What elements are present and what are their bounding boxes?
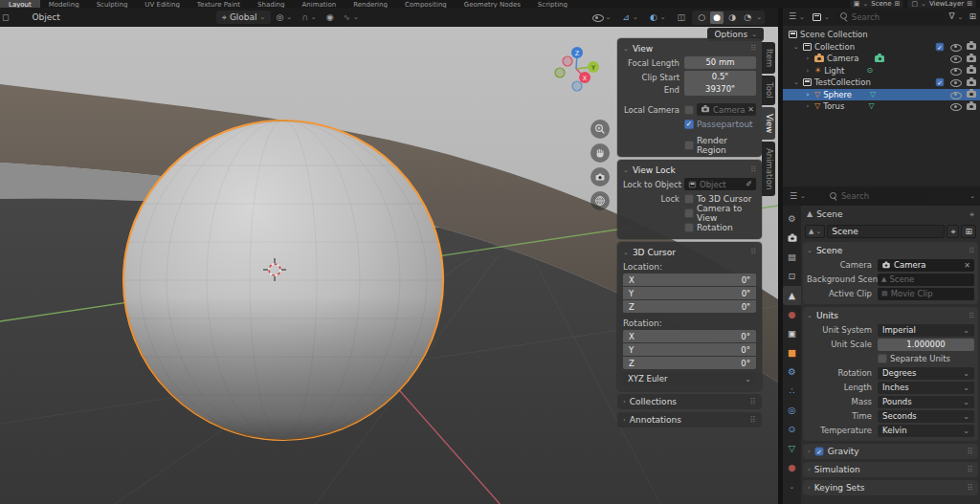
shading-wireframe-button[interactable]: ○ (695, 11, 708, 24)
camera-restrict-icon[interactable] (967, 79, 976, 86)
outliner-filter-dropdown[interactable]: ∇ ⌄ (947, 11, 966, 22)
camera-view-button[interactable] (590, 167, 610, 186)
panel-annotations[interactable]: › Annotations ⠿ (617, 412, 762, 427)
focal-length-field[interactable]: 50 mm (684, 56, 756, 69)
render-region-checkbox[interactable] (684, 141, 694, 150)
datablock-pin-button[interactable]: ⌖ (947, 225, 959, 238)
object-menu[interactable]: Object (27, 11, 64, 24)
datablock-name-field[interactable]: Scene (827, 225, 945, 238)
collapse-icon[interactable]: ⌄ (792, 78, 800, 86)
cursor-loc-x[interactable]: X 0" (623, 274, 756, 286)
camera-field[interactable]: Camera ✕ (878, 259, 974, 272)
gravity-checkbox[interactable]: ✓ (814, 448, 823, 456)
outliner-display-mode-dropdown[interactable]: ⌄ (811, 12, 832, 22)
tab-view[interactable]: View (762, 107, 775, 140)
tab-scene-properties[interactable]: ▲ (783, 286, 801, 305)
shading-material-button[interactable]: ◑ (725, 11, 739, 24)
camera-restrict-icon[interactable] (967, 67, 976, 74)
clip-end-field[interactable]: 39370" (684, 83, 756, 96)
viewlayer-selector[interactable]: ▢⌄ ViewLayer ⊞ (907, 0, 976, 8)
cursor-loc-y[interactable]: Y 0" (623, 287, 756, 299)
falloff-dropdown[interactable]: ∿ ⌄ (339, 11, 364, 24)
pan-button[interactable] (590, 143, 610, 163)
shading-rendered-button[interactable]: ◔ (741, 11, 754, 24)
clip-start-field[interactable]: 0.5" (684, 71, 756, 83)
outliner-row-torus[interactable]: › ▽ Torus ▽ (783, 100, 980, 113)
tab-object-properties[interactable]: ■ (783, 343, 801, 362)
panel-grip-icon[interactable]: ⠿ (750, 248, 756, 256)
tab-render-properties[interactable] (783, 229, 801, 248)
passepartout-checkbox[interactable]: ✓ (684, 120, 694, 129)
workspace-tab-geometry-nodes[interactable]: Geometry Nodes (456, 0, 529, 8)
local-camera-checkbox[interactable] (684, 105, 694, 115)
unit-system-dropdown[interactable]: Imperial (878, 324, 974, 337)
cursor-rot-x[interactable]: X 0° (623, 330, 756, 342)
chevron-down-icon[interactable]: ⌄ (969, 194, 975, 198)
panel-grip-icon[interactable]: ⠿ (967, 465, 973, 474)
strip-overflow-chevron[interactable]: ⌄ (783, 477, 801, 496)
camera-restrict-icon[interactable] (967, 103, 976, 110)
new-scene-icon[interactable]: ⊞ (895, 1, 901, 8)
panel-keying-sets[interactable]: › Keying Sets ⠿ (803, 480, 978, 495)
gizmos-dropdown[interactable]: ⊿ ⌄ (617, 11, 642, 24)
datablock-browse-button[interactable]: ▲ ⌄ (805, 225, 825, 238)
close-icon[interactable]: ✕ (747, 105, 754, 114)
tab-world-properties[interactable]: ● (783, 305, 801, 324)
workspace-tab-rendering[interactable]: Rendering (345, 0, 396, 8)
proportional-editing-toggle[interactable]: ◉ (322, 11, 339, 24)
panel-grip-icon[interactable]: ⠿ (967, 483, 973, 493)
pivot-point-dropdown[interactable]: ◎ ⌄ (271, 11, 297, 24)
panel-grip-icon[interactable]: ⠿ (969, 247, 974, 255)
tab-output-properties[interactable]: ▤ (783, 248, 801, 267)
snap-toggle[interactable]: ∩ ⌄ (297, 11, 321, 24)
background-scene-field[interactable]: ▲ Scene (878, 274, 974, 286)
outliner-row-camera[interactable]: › Camera (783, 53, 980, 65)
gizmo-z-neg[interactable] (572, 81, 582, 91)
scene-selector[interactable]: ▣⌄ Scene ⊞ (850, 0, 904, 8)
panel-collections[interactable]: › Collections ⠿ (617, 394, 762, 409)
tab-item[interactable]: Item (762, 42, 775, 74)
outliner-row-scene-collection[interactable]: Scene Collection (783, 29, 980, 41)
collection-exclude-checkbox[interactable]: ✓ (936, 43, 945, 52)
collapse-icon[interactable]: ⌄ (792, 43, 800, 51)
workspace-tab-sculpting[interactable]: Sculpting (88, 0, 137, 8)
camera-restrict-icon[interactable] (967, 43, 976, 50)
panel-view-header[interactable]: ⌄ View ⠿ (623, 42, 756, 55)
tab-collection-properties[interactable]: ▣ (783, 324, 801, 343)
tab-constraint-properties[interactable]: ⊙ (783, 420, 801, 439)
eye-icon[interactable] (950, 55, 961, 63)
panel-grip-icon[interactable]: ⠿ (750, 44, 756, 53)
new-viewlayer-icon[interactable]: ⊞ (967, 1, 972, 8)
perspective-toggle-button[interactable] (590, 191, 610, 210)
zoom-button[interactable] (590, 120, 610, 139)
properties-search-input[interactable] (841, 191, 924, 201)
lock-to-object-field[interactable]: Object ✐ (684, 178, 756, 190)
outliner-row-collection[interactable]: ⌄ Collection ✓ (783, 41, 980, 54)
workspace-tab-compositing[interactable]: Compositing (396, 0, 456, 8)
workspace-tab-scripting[interactable]: Scripting (529, 0, 576, 8)
panel-scene-header[interactable]: ⌄ Scene ⠿ (807, 244, 974, 257)
expand-icon[interactable]: › (804, 67, 812, 75)
time-dropdown[interactable]: Seconds (878, 410, 974, 423)
panel-grip-icon[interactable]: ⠿ (749, 397, 756, 406)
lock-rotation-checkbox[interactable] (684, 223, 694, 232)
properties-search[interactable] (825, 190, 928, 203)
outliner-search[interactable] (835, 11, 944, 23)
tab-data-properties[interactable]: ▽ (783, 439, 801, 458)
panel-3d-cursor-header[interactable]: ⌄ 3D Cursor ⠿ (623, 246, 756, 258)
camera-to-view-checkbox[interactable] (684, 208, 694, 218)
length-dropdown[interactable]: Inches (878, 382, 974, 394)
mode-dropdown[interactable]: ◻ (0, 11, 13, 24)
workspace-tab-texture-paint[interactable]: Texture Paint (189, 0, 249, 8)
panel-grip-icon[interactable]: ⠿ (749, 415, 756, 425)
outliner-row-light[interactable]: › ☀ Light ⊙ (783, 65, 980, 77)
tab-tool[interactable]: Tool (762, 76, 775, 105)
expand-icon[interactable]: › (804, 91, 812, 99)
tab-physics-properties[interactable]: ◎ (783, 401, 801, 420)
separate-units-checkbox[interactable] (878, 354, 887, 363)
pin-icon[interactable]: ⌖ (969, 210, 974, 219)
outliner-row-testcollection[interactable]: ⌄ TestCollection ✓ (783, 77, 980, 89)
collection-exclude-checkbox[interactable]: ✓ (936, 78, 945, 87)
panel-view-lock-header[interactable]: ⌄ View Lock ⠿ (623, 164, 756, 176)
cursor-rot-z[interactable]: Z 0° (623, 357, 756, 369)
